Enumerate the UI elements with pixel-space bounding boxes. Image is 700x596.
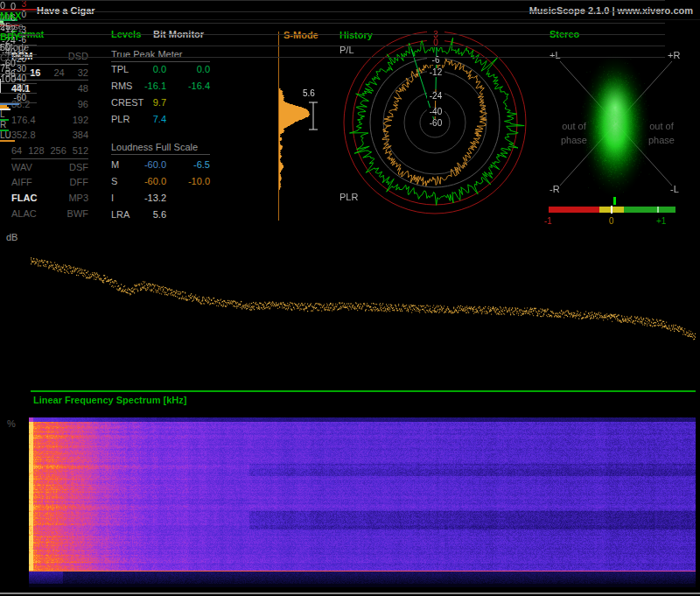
levels-value-left: 7.4 (153, 114, 166, 124)
loudness-underline (111, 154, 210, 155)
spectrogram-canvas (29, 417, 696, 587)
format-row: 64128256512 (11, 143, 88, 159)
radar-ring-label: -40 (430, 107, 443, 116)
format-option-256: 256 (50, 145, 66, 156)
levels-value-left: 5.6 (153, 209, 166, 220)
correlation-zero-tick (611, 206, 612, 214)
format-option-96: 96 (78, 99, 88, 109)
meter-channel-label-lu: LU (0, 131, 37, 140)
spectrum-gridline--24 (0, 34, 665, 35)
format-option-192: 192 (73, 115, 88, 125)
correlation-bar (549, 207, 676, 213)
balance-max-label: +1 (656, 217, 666, 226)
meter-tick-label--60: -60 (0, 94, 26, 102)
corner-label-minus-l: -L (670, 184, 679, 194)
format-row: ALACBWF (11, 206, 88, 221)
out-of-phase-right: out ofphase (640, 119, 682, 147)
meter-channel-label-l: L (0, 110, 37, 119)
levels-value-left: -60.0 (144, 159, 166, 170)
levels-row-crest: CREST9.7 (111, 97, 210, 108)
spectrogram-label-bry: BRY (0, 32, 21, 42)
spectrum-gridline--6 (0, 11, 665, 12)
format-option-dsf: DSF (69, 162, 88, 172)
levels-row-label: M (111, 159, 119, 170)
levels-row-s: S-60.0-10.0 (111, 176, 210, 186)
format-option-aiff: AIFF (11, 177, 32, 187)
window-bottom-edge (0, 592, 700, 594)
spectrum-x-label: Linear Frequency Spectrum [kHz] (33, 395, 186, 405)
format-option-flac: FLAC (11, 193, 37, 203)
spectrum-gridline--40 (0, 46, 665, 46)
levels-row-label: S (111, 176, 117, 186)
spectrogram-label-100: 100 (0, 74, 21, 84)
levels-value-right: -6.5 (193, 159, 210, 170)
spectrogram-label-75: 75 (0, 63, 21, 74)
spectrogram-label-cof: COF (0, 53, 21, 63)
correlation-value-tick (657, 207, 659, 213)
levels-value-left: -13.2 (144, 193, 166, 203)
format-option-bwf: BWF (67, 208, 88, 219)
spectrum-gridline--60 (0, 57, 665, 58)
levels-value-left: 9.7 (153, 97, 166, 108)
radar-ring-label: -60 (430, 118, 443, 128)
format-option-384: 384 (73, 130, 88, 140)
loudness-section-label: Loudness Full Scale (111, 142, 198, 152)
levels-value-left: -60.0 (144, 176, 166, 186)
meter-channel-label-r: R (0, 121, 37, 130)
spectrogram-unit-label: % (7, 418, 16, 429)
musicscope-window: Have a Cigar MusicScope 2.1.0 | www.xive… (0, 0, 700, 596)
spectrum-grid: 0-6-12-24-40-60-96 (0, 0, 665, 93)
correlation-bar-green (624, 207, 676, 213)
levels-row-label: I (111, 193, 114, 203)
correlation-indicator-tick (613, 197, 616, 205)
out-of-phase-left: out ofphase (553, 119, 595, 147)
corner-label-plus-r: +R (668, 50, 680, 60)
levels-row-label: LRA (111, 209, 130, 220)
balance-mid-label: 0 (609, 217, 614, 226)
balance-min-label: -1 (544, 217, 552, 226)
spectrum-gridline-0 (0, 0, 665, 1)
levels-row-i: I-13.2 (111, 193, 210, 203)
spectrum-unit-label: dB (6, 232, 18, 242)
levels-row-label: CREST (111, 97, 144, 108)
levels-row-label: PLR (111, 114, 130, 124)
spectrogram-label-0: 0 (0, 0, 21, 11)
format-option-mp3: MP3 (68, 193, 88, 203)
levels-row-plr: PLR7.4 (111, 114, 210, 124)
smode-range-marker (307, 100, 319, 133)
spectrogram-label-50: 50 (0, 42, 21, 53)
format-option-512: 512 (73, 145, 88, 156)
corner-label-minus-r: -R (550, 184, 560, 194)
spectrogram-label-max: MAX (0, 11, 21, 21)
spectrogram-label-25: 25 (0, 21, 21, 32)
format-option-wav: WAV (11, 162, 32, 172)
format-option-128: 128 (28, 145, 44, 156)
levels-row-lra: LRA5.6 (111, 209, 210, 220)
spectrum-gridline--12 (0, 23, 665, 24)
format-option-64: 64 (11, 145, 22, 156)
levels-row-m: M-60.0-6.5 (111, 159, 210, 170)
format-row: WAVDSF (11, 159, 88, 175)
meter-channel-lamp-lu (0, 140, 15, 142)
format-option-dff: DFF (70, 177, 88, 187)
spectrogram-axis-labels: 0MAX25BRY50COF75100 (0, 0, 21, 84)
levels-value-right: -10.0 (188, 176, 210, 186)
spectrum-xtick-mark (0, 89, 1, 93)
correlation-bar-red (549, 207, 599, 213)
format-option-alac: ALAC (11, 208, 37, 219)
spectrum-x-axis (31, 390, 696, 392)
format-row: AIFFDFF (11, 175, 88, 191)
spectrum-canvas (31, 233, 696, 392)
format-row: FLACMP3 (11, 190, 88, 206)
